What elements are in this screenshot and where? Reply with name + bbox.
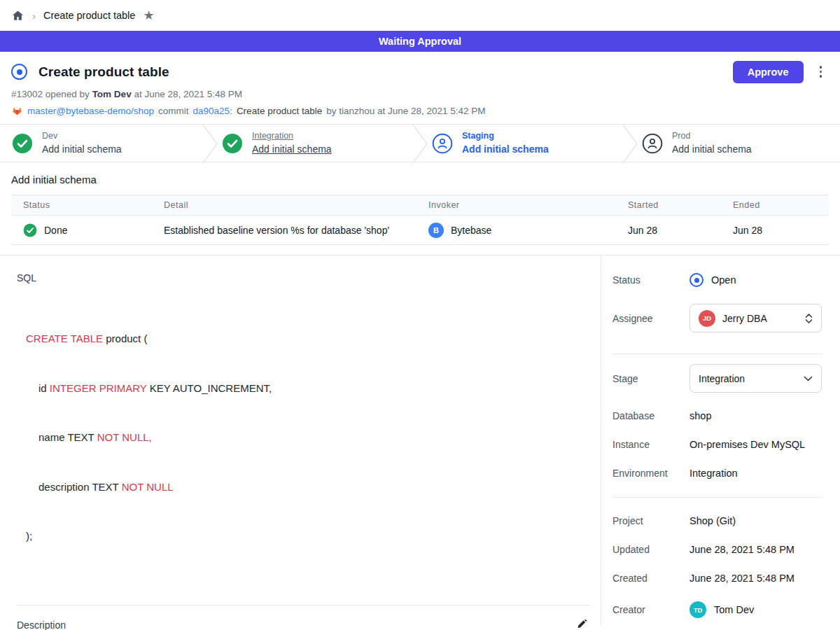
status-open-icon <box>690 273 704 287</box>
column-status: Status <box>11 200 164 210</box>
pipeline-bar: Dev Add initial schema Integration Add i… <box>0 124 840 162</box>
chevron-down-icon <box>804 376 813 382</box>
task-detail: Established baseline version %s for data… <box>164 225 428 236</box>
task-invoker: Bytebase <box>451 225 491 236</box>
column-invoker: Invoker <box>428 200 628 210</box>
sidebar-divider <box>612 354 822 354</box>
stage-env-label: Dev <box>42 131 122 142</box>
commit-message: Create product table <box>237 106 322 116</box>
commit-author-time: by tianzhou at June 28, 2021 5:42 PM <box>326 106 485 116</box>
issue-id-text: #13002 opened by <box>11 89 90 99</box>
created-value: June 28, 2021 5:48 PM <box>690 573 794 584</box>
stage-env-label: Integration <box>252 131 332 142</box>
sql-keyword: INTEGER PRIMARY <box>50 382 147 394</box>
task-section: Add initial schema Status Detail Invoker… <box>0 162 840 245</box>
main-panel: SQL CREATE TABLE product ( id INTEGER PR… <box>0 255 601 626</box>
commit-line: master@bytebase-demo/shop commit da90a25… <box>11 105 829 116</box>
sql-keyword: CREATE TABLE <box>26 332 103 344</box>
commit-word: commit <box>158 106 189 116</box>
issue-open-icon <box>11 64 27 80</box>
sql-text: product ( <box>103 332 147 344</box>
stage-label: Stage <box>612 373 690 384</box>
column-started: Started <box>628 200 733 210</box>
check-circle-icon <box>222 133 243 154</box>
check-circle-icon <box>23 223 37 237</box>
sql-code-block: CREATE TABLE product ( id INTEGER PRIMAR… <box>26 298 589 578</box>
gitlab-icon <box>11 105 23 116</box>
pipeline-stage-integration[interactable]: Integration Add initial schema <box>210 125 420 162</box>
stage-task-label: Add initial schema <box>42 144 122 156</box>
sql-label: SQL <box>17 272 589 284</box>
commit-hash-link[interactable]: da90a25 <box>193 106 230 116</box>
breadcrumb-title[interactable]: Create product table <box>43 10 135 21</box>
pipeline-stage-prod[interactable]: Prod Add initial schema <box>630 125 840 162</box>
sql-text: description TEXT <box>38 481 122 493</box>
sidebar-divider <box>612 497 822 498</box>
approve-button[interactable]: Approve <box>733 61 804 83</box>
issue-header: Create product table Approve #13002 open… <box>0 52 840 124</box>
breadcrumb-separator: › <box>32 10 36 22</box>
task-ended: Jun 28 <box>733 225 829 236</box>
database-value[interactable]: shop <box>690 410 711 421</box>
instance-label: Instance <box>612 439 690 450</box>
star-icon[interactable]: ★ <box>143 9 154 22</box>
table-header: Status Detail Invoker Started Ended <box>11 195 829 216</box>
environment-value: Integration <box>690 468 738 479</box>
breadcrumb: › Create product table ★ <box>0 0 840 31</box>
sql-keyword: NOT NULL <box>122 481 174 493</box>
stage-task-label: Add initial schema <box>462 144 549 156</box>
issue-author: Tom Dev <box>92 89 132 99</box>
column-ended: Ended <box>733 200 829 210</box>
approval-banner: Waiting Approval <box>0 31 840 52</box>
task-status: Done <box>44 225 67 236</box>
issue-open-time: at June 28, 2021 5:48 PM <box>134 89 242 99</box>
stage-task-label: Add initial schema <box>672 144 752 156</box>
section-divider <box>17 605 589 606</box>
creator-avatar: TD <box>690 601 706 618</box>
issue-meta: #13002 opened by Tom Dev at June 28, 202… <box>11 89 829 99</box>
person-circle-icon <box>432 133 453 154</box>
pipeline-stage-staging[interactable]: Staging Add initial schema <box>420 125 630 162</box>
project-label: Project <box>612 515 690 526</box>
stage-env-label: Prod <box>672 131 752 142</box>
assignee-value: Jerry DBA <box>722 313 767 324</box>
status-value: Open <box>711 274 736 286</box>
check-circle-icon <box>12 133 33 154</box>
status-label: Status <box>612 274 690 286</box>
bytebase-avatar: B <box>428 223 444 238</box>
commit-branch-link[interactable]: master@bytebase-demo/shop <box>27 106 154 116</box>
stage-value: Integration <box>699 373 745 384</box>
task-table: Status Detail Invoker Started Ended Done… <box>11 195 829 245</box>
stage-select[interactable]: Integration <box>690 364 822 393</box>
commit-colon: : <box>230 106 232 116</box>
sql-text: id <box>38 382 50 394</box>
stage-separator <box>622 125 638 163</box>
sql-text: name TEXT <box>38 431 97 443</box>
table-row[interactable]: Done Established baseline version %s for… <box>11 216 829 245</box>
assignee-avatar: JD <box>699 310 715 327</box>
project-value[interactable]: Shop (Git) <box>690 515 736 526</box>
task-started: Jun 28 <box>628 225 733 236</box>
issue-title: Create product table <box>38 64 169 80</box>
issue-sidebar: Status Open Assignee JD Jerry DBA Stage … <box>601 255 840 626</box>
database-label: Database <box>612 410 690 421</box>
sql-text: KEY AUTO_INCREMENT, <box>146 382 272 394</box>
home-icon[interactable] <box>11 9 24 22</box>
creator-label: Creator <box>612 604 690 615</box>
updated-label: Updated <box>612 544 690 555</box>
edit-pencil-icon[interactable] <box>575 618 589 630</box>
assignee-select[interactable]: JD Jerry DBA <box>690 304 822 332</box>
environment-label: Environment <box>612 468 690 479</box>
column-detail: Detail <box>164 200 428 210</box>
approval-banner-text: Waiting Approval <box>379 36 461 47</box>
task-heading: Add initial schema <box>11 174 829 186</box>
creator-value: Tom Dev <box>714 604 754 615</box>
stage-separator <box>412 125 428 163</box>
updated-value: June 28, 2021 5:48 PM <box>690 544 794 555</box>
sql-text: ); <box>26 530 32 542</box>
instance-value[interactable]: On-premises Dev MySQL <box>690 439 805 450</box>
pipeline-stage-dev[interactable]: Dev Add initial schema <box>0 125 210 162</box>
sql-keyword: NOT NULL, <box>97 431 152 443</box>
kebab-menu-icon[interactable] <box>817 63 825 80</box>
stage-env-label: Staging <box>462 131 549 142</box>
